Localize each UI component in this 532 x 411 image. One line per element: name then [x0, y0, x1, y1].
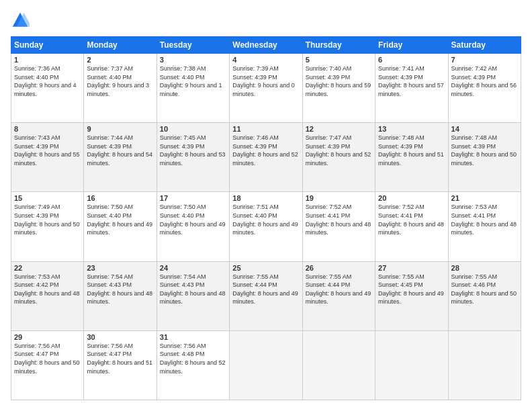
- day-number: 23: [87, 264, 153, 272]
- cell-content: Sunrise: 7:56 AMSunset: 4:47 PMDaylight:…: [87, 342, 152, 375]
- calendar-cell: 28Sunrise: 7:55 AMSunset: 4:46 PMDayligh…: [448, 261, 521, 330]
- cell-content: Sunrise: 7:42 AMSunset: 4:39 PMDaylight:…: [451, 65, 517, 97]
- cell-content: Sunrise: 7:56 AMSunset: 4:48 PMDaylight:…: [160, 342, 226, 375]
- day-number: 20: [378, 194, 445, 202]
- calendar-cell: 15Sunrise: 7:49 AMSunset: 4:39 PMDayligh…: [11, 192, 84, 261]
- cell-content: Sunrise: 7:52 AMSunset: 4:41 PMDaylight:…: [378, 203, 444, 236]
- day-number: 25: [232, 264, 299, 272]
- calendar-header-monday: Monday: [84, 37, 157, 54]
- cell-content: Sunrise: 7:53 AMSunset: 4:42 PMDaylight:…: [14, 273, 80, 306]
- day-number: 12: [306, 125, 372, 133]
- cell-content: Sunrise: 7:39 AMSunset: 4:39 PMDaylight:…: [232, 65, 295, 97]
- cell-content: Sunrise: 7:47 AMSunset: 4:39 PMDaylight:…: [306, 134, 371, 167]
- cell-content: Sunrise: 7:51 AMSunset: 4:40 PMDaylight:…: [232, 203, 298, 236]
- day-number: 31: [160, 333, 226, 341]
- cell-content: Sunrise: 7:36 AMSunset: 4:40 PMDaylight:…: [14, 65, 77, 97]
- cell-content: Sunrise: 7:37 AMSunset: 4:40 PMDaylight:…: [87, 65, 149, 97]
- day-number: 5: [306, 56, 372, 64]
- day-number: 17: [160, 194, 226, 202]
- cell-content: Sunrise: 7:54 AMSunset: 4:43 PMDaylight:…: [160, 273, 226, 306]
- calendar-header-friday: Friday: [375, 37, 448, 54]
- page: SundayMondayTuesdayWednesdayThursdayFrid…: [0, 0, 532, 411]
- calendar-cell: 10Sunrise: 7:45 AMSunset: 4:39 PMDayligh…: [157, 123, 229, 192]
- calendar-cell: 5Sunrise: 7:40 AMSunset: 4:39 PMDaylight…: [302, 54, 375, 123]
- cell-content: Sunrise: 7:48 AMSunset: 4:39 PMDaylight:…: [451, 134, 517, 167]
- cell-content: Sunrise: 7:52 AMSunset: 4:41 PMDaylight:…: [306, 203, 371, 236]
- day-number: 26: [306, 264, 372, 272]
- calendar-cell: 20Sunrise: 7:52 AMSunset: 4:41 PMDayligh…: [375, 192, 448, 261]
- cell-content: Sunrise: 7:45 AMSunset: 4:39 PMDaylight:…: [160, 134, 226, 167]
- calendar-cell: 24Sunrise: 7:54 AMSunset: 4:43 PMDayligh…: [157, 261, 229, 330]
- day-number: 16: [87, 194, 153, 202]
- day-number: 15: [14, 194, 81, 202]
- calendar-cell: 12Sunrise: 7:47 AMSunset: 4:39 PMDayligh…: [302, 123, 375, 192]
- calendar-cell: 26Sunrise: 7:55 AMSunset: 4:44 PMDayligh…: [302, 261, 375, 330]
- cell-content: Sunrise: 7:55 AMSunset: 4:44 PMDaylight:…: [232, 273, 298, 306]
- calendar-header-saturday: Saturday: [448, 37, 521, 54]
- cell-content: Sunrise: 7:41 AMSunset: 4:39 PMDaylight:…: [378, 65, 444, 97]
- calendar-cell: 6Sunrise: 7:41 AMSunset: 4:39 PMDaylight…: [375, 54, 448, 123]
- day-number: 6: [378, 56, 445, 64]
- calendar-cell: [375, 330, 448, 400]
- cell-content: Sunrise: 7:55 AMSunset: 4:45 PMDaylight:…: [378, 273, 444, 306]
- day-number: 18: [232, 194, 299, 202]
- calendar-cell: 30Sunrise: 7:56 AMSunset: 4:47 PMDayligh…: [84, 330, 157, 400]
- day-number: 30: [87, 333, 153, 341]
- calendar-cell: 1Sunrise: 7:36 AMSunset: 4:40 PMDaylight…: [11, 54, 84, 123]
- calendar-cell: 25Sunrise: 7:55 AMSunset: 4:44 PMDayligh…: [230, 261, 302, 330]
- day-number: 1: [14, 56, 81, 64]
- calendar-week-2: 8Sunrise: 7:43 AMSunset: 4:39 PMDaylight…: [11, 123, 521, 192]
- logo-icon: [11, 11, 30, 30]
- calendar-header-thursday: Thursday: [302, 37, 375, 54]
- calendar-cell: 9Sunrise: 7:44 AMSunset: 4:39 PMDaylight…: [84, 123, 157, 192]
- calendar-header-tuesday: Tuesday: [157, 37, 229, 54]
- header: [11, 11, 521, 30]
- cell-content: Sunrise: 7:49 AMSunset: 4:39 PMDaylight:…: [14, 203, 80, 236]
- cell-content: Sunrise: 7:46 AMSunset: 4:39 PMDaylight:…: [232, 134, 298, 167]
- calendar-cell: 22Sunrise: 7:53 AMSunset: 4:42 PMDayligh…: [11, 261, 84, 330]
- cell-content: Sunrise: 7:38 AMSunset: 4:40 PMDaylight:…: [160, 65, 222, 97]
- cell-content: Sunrise: 7:53 AMSunset: 4:41 PMDaylight:…: [451, 203, 517, 236]
- day-number: 19: [306, 194, 372, 202]
- calendar-cell: 7Sunrise: 7:42 AMSunset: 4:39 PMDaylight…: [448, 54, 521, 123]
- cell-content: Sunrise: 7:54 AMSunset: 4:43 PMDaylight:…: [87, 273, 152, 306]
- day-number: 3: [160, 56, 226, 64]
- calendar-cell: 29Sunrise: 7:56 AMSunset: 4:47 PMDayligh…: [11, 330, 84, 400]
- day-number: 9: [87, 125, 153, 133]
- calendar-cell: [302, 330, 375, 400]
- calendar-week-4: 22Sunrise: 7:53 AMSunset: 4:42 PMDayligh…: [11, 261, 521, 330]
- cell-content: Sunrise: 7:40 AMSunset: 4:39 PMDaylight:…: [306, 65, 371, 97]
- cell-content: Sunrise: 7:55 AMSunset: 4:46 PMDaylight:…: [451, 273, 517, 306]
- calendar-cell: 14Sunrise: 7:48 AMSunset: 4:39 PMDayligh…: [448, 123, 521, 192]
- day-number: 21: [451, 194, 518, 202]
- calendar-cell: 8Sunrise: 7:43 AMSunset: 4:39 PMDaylight…: [11, 123, 84, 192]
- cell-content: Sunrise: 7:50 AMSunset: 4:40 PMDaylight:…: [160, 203, 226, 236]
- day-number: 8: [14, 125, 81, 133]
- cell-content: Sunrise: 7:48 AMSunset: 4:39 PMDaylight:…: [378, 134, 444, 167]
- cell-content: Sunrise: 7:43 AMSunset: 4:39 PMDaylight:…: [14, 134, 80, 167]
- cell-content: Sunrise: 7:55 AMSunset: 4:44 PMDaylight:…: [306, 273, 371, 306]
- day-number: 2: [87, 56, 153, 64]
- cell-content: Sunrise: 7:44 AMSunset: 4:39 PMDaylight:…: [87, 134, 152, 167]
- day-number: 11: [232, 125, 299, 133]
- day-number: 24: [160, 264, 226, 272]
- day-number: 10: [160, 125, 226, 133]
- cell-content: Sunrise: 7:50 AMSunset: 4:40 PMDaylight:…: [87, 203, 152, 236]
- calendar-cell: 19Sunrise: 7:52 AMSunset: 4:41 PMDayligh…: [302, 192, 375, 261]
- day-number: 29: [14, 333, 81, 341]
- calendar-cell: 31Sunrise: 7:56 AMSunset: 4:48 PMDayligh…: [157, 330, 229, 400]
- calendar-header-sunday: Sunday: [11, 37, 84, 54]
- calendar-cell: 21Sunrise: 7:53 AMSunset: 4:41 PMDayligh…: [448, 192, 521, 261]
- day-number: 4: [232, 56, 299, 64]
- day-number: 28: [451, 264, 518, 272]
- day-number: 22: [14, 264, 81, 272]
- calendar-cell: 23Sunrise: 7:54 AMSunset: 4:43 PMDayligh…: [84, 261, 157, 330]
- calendar-header-wednesday: Wednesday: [230, 37, 302, 54]
- calendar-cell: 3Sunrise: 7:38 AMSunset: 4:40 PMDaylight…: [157, 54, 229, 123]
- calendar-cell: 27Sunrise: 7:55 AMSunset: 4:45 PMDayligh…: [375, 261, 448, 330]
- logo: [11, 11, 32, 30]
- calendar-cell: [448, 330, 521, 400]
- day-number: 27: [378, 264, 445, 272]
- calendar-cell: 4Sunrise: 7:39 AMSunset: 4:39 PMDaylight…: [230, 54, 302, 123]
- calendar-week-3: 15Sunrise: 7:49 AMSunset: 4:39 PMDayligh…: [11, 192, 521, 261]
